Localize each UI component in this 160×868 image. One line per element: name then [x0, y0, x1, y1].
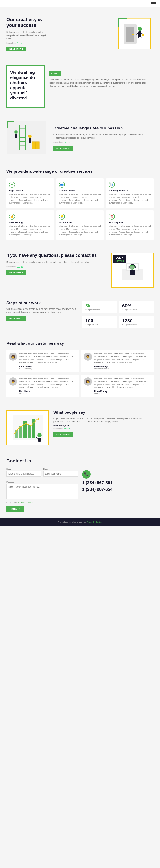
wps-read-more-button[interactable]: READ MORE — [53, 432, 73, 437]
steps-read-more-button[interactable]: READ MORE — [6, 316, 26, 321]
message-textarea[interactable] — [6, 484, 78, 499]
form-left: Email Name Message Copyright By Theme Of… — [6, 468, 78, 512]
testimonial-name: Nick Perry — [19, 390, 76, 393]
hero-image-link[interactable]: Freepik — [17, 42, 23, 44]
hero-section: Our creativity is your success Duis aute… — [0, 7, 160, 59]
contact-form-title: Contact Us — [6, 458, 154, 464]
wps-illustration-box — [6, 410, 49, 445]
service-card: ⏰ 24/7 Support Vitae suscipit tellus mau… — [106, 210, 154, 240]
service-description: Vitae suscipit tellus mauris a diam maec… — [9, 225, 51, 237]
contact-cta-image-credit: Image from Freepik — [6, 266, 107, 268]
svg-point-3 — [132, 34, 134, 35]
contact-cta-description: Duis aute irure dolor in reprehenderit i… — [6, 260, 107, 264]
dwelling-title: We dwelling elegance do shutters appetit… — [10, 70, 41, 100]
testimonial-content: Proin sed libero enim sed faucibus. Morb… — [94, 352, 151, 370]
service-description: Vitae suscipit tellus mauris a diam maec… — [9, 193, 51, 205]
contact-cta-left: If you have any questions, please contac… — [6, 252, 107, 275]
service-name: Creative Team — [59, 189, 101, 192]
hero-illustration — [112, 16, 153, 52]
form-row-email-name: Email Name — [6, 468, 78, 479]
service-card: ★ High Quality Vitae suscipit tellus mau… — [6, 178, 54, 208]
service-icon: 💡 — [59, 214, 65, 219]
testimonial-card: 👨 Proin sed libero enim sed faucibus. Mo… — [6, 375, 79, 397]
stats-section: Steps of our work Our professional suppo… — [0, 294, 160, 335]
copyright-link[interactable]: Theme Of Content — [18, 502, 34, 504]
testimonial-content: Proin sed libero enim sed faucibus. Morb… — [94, 377, 151, 395]
service-icon: ★ — [9, 182, 15, 188]
wps-section: What people say Objectively innovate emp… — [0, 404, 160, 452]
svg-rect-35 — [129, 266, 130, 268]
creative-read-more-button[interactable]: READ MORE — [53, 146, 73, 151]
hamburger-line-3 — [152, 5, 156, 5]
testimonial-role: CEO Company — [19, 368, 76, 370]
services-section: We provide a wide range of creative serv… — [0, 162, 160, 246]
about-badge: ABOUT — [49, 71, 61, 76]
service-name: Innovations — [59, 221, 101, 224]
stat-number: 100 — [85, 318, 114, 323]
svg-rect-34 — [130, 270, 135, 275]
hero-image-credit: Image from Freepik — [6, 42, 49, 44]
service-card: 👥 Creative Team Vitae suscipit tellus ma… — [56, 178, 104, 208]
steps-title: Steps of our work — [6, 301, 78, 305]
support-box: 24/7 SERVICE — [111, 252, 154, 288]
svg-point-21 — [14, 130, 18, 134]
stat-label: Sample Headline — [122, 309, 151, 311]
services-grid: ★ High Quality Vitae suscipit tellus mau… — [6, 178, 154, 240]
creative-image-link[interactable]: Freepik — [63, 141, 70, 143]
testimonial-content: Proin sed libero enim sed faucibus. Morb… — [19, 377, 76, 395]
wps-illustration — [11, 413, 45, 443]
testimonial-role: Manager — [94, 393, 151, 395]
dwelling-box: We dwelling elegance do shutters appetit… — [6, 65, 45, 107]
hamburger-line-2 — [152, 3, 156, 4]
svg-rect-11 — [118, 18, 119, 27]
service-icon: 👥 — [59, 182, 65, 188]
creative-description: Our professional support team try to do … — [53, 133, 154, 140]
testimonial-card: 👩 Proin sed libero enim sed faucibus. Mo… — [81, 375, 154, 397]
stats-grid: 5k Sample Headline 60% Sample Headline 1… — [82, 301, 154, 328]
svg-rect-28 — [7, 121, 8, 128]
email-group: Email — [6, 468, 41, 477]
navbar — [0, 0, 160, 7]
service-card: 💡 Innovations Vitae suscipit tellus maur… — [56, 210, 104, 240]
stat-card: 1230 Sample Headline — [119, 315, 154, 328]
avatar: 👩 — [84, 377, 92, 385]
testimonial-role: Manager — [19, 393, 76, 395]
testimonial-name: Frank Kinney — [94, 365, 151, 368]
hamburger-menu[interactable] — [152, 2, 156, 5]
creative-right: Creative challenges are our passion Our … — [53, 126, 154, 151]
footer: This website template is made by Theme O… — [0, 519, 160, 526]
service-card: 📊 Amazing Results Vitae suscipit tellus … — [106, 178, 154, 208]
support-time-badge: 24/7 SERVICE — [113, 255, 126, 264]
contact-cta-section: If you have any questions, please contac… — [0, 246, 160, 294]
contact-cta-image-link[interactable]: Freepik — [17, 266, 23, 268]
svg-rect-36 — [135, 266, 136, 268]
form-right: 📞 1 (234) 567-891 1 (234) 987-654 — [82, 468, 154, 512]
email-label: Email — [6, 468, 41, 470]
contact-cta-title: If you have any questions, please contac… — [6, 252, 107, 258]
service-description: Vitae suscipit tellus mauris a diam maec… — [109, 225, 151, 237]
testimonial-text: Proin sed libero enim sed faucibus. Morb… — [94, 377, 151, 389]
hero-right — [111, 16, 154, 52]
submit-button[interactable]: SUBMIT — [6, 506, 24, 512]
name-input[interactable] — [43, 471, 78, 477]
avatar: 👨 — [84, 352, 92, 361]
email-input[interactable] — [6, 471, 41, 477]
hero-read-more-button[interactable]: READ MORE — [6, 46, 26, 51]
testimonial-text: Proin sed libero enim sed faucibus. Morb… — [19, 352, 76, 364]
name-label: Name — [43, 468, 78, 470]
stat-number: 5k — [85, 303, 114, 309]
svg-rect-29 — [7, 121, 14, 122]
service-icon: 📊 — [109, 182, 115, 188]
wps-description: Objectively innovate empowered manufactu… — [53, 417, 154, 423]
footer-link[interactable]: Theme Of Content — [87, 521, 102, 523]
testimonials-grid: 👩 Proin sed libero enim sed faucibus. Mo… — [6, 350, 154, 397]
contact-cta-read-more-button[interactable]: READ MORE — [6, 270, 26, 275]
phone-icon-1: 📞 — [82, 470, 91, 478]
hero-title: Our creativity is your success — [6, 17, 49, 28]
stat-card: 5k Sample Headline — [82, 301, 117, 313]
wps-image-link[interactable]: Freepik — [63, 427, 70, 429]
testimonials-section: Read what our customers say 👩 Proin sed … — [0, 335, 160, 404]
copyright-text: Copyright By Theme Of Content — [6, 502, 78, 504]
testimonial-name: Celia Almeda — [19, 365, 76, 368]
wps-left — [6, 410, 49, 445]
